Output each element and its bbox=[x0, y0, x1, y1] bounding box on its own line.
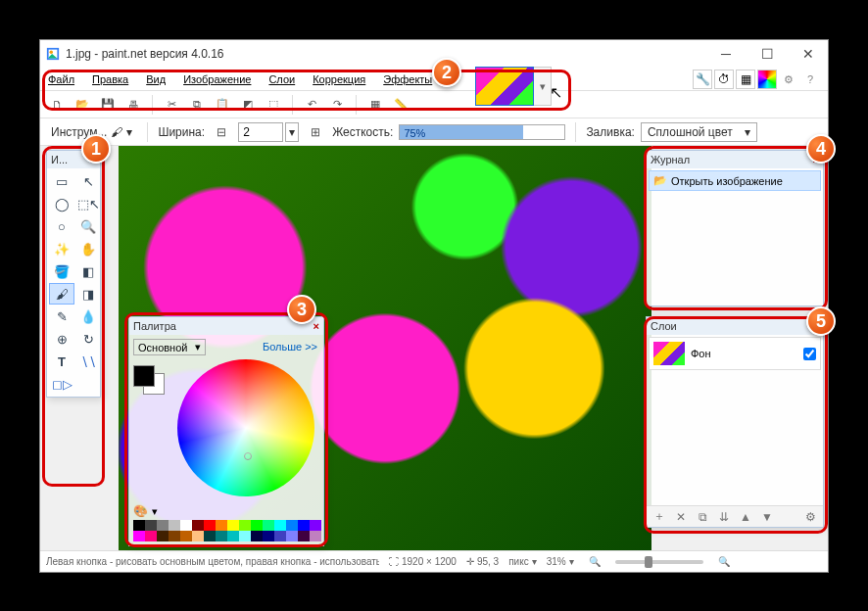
menu-file[interactable]: Файл bbox=[44, 71, 78, 87]
layer-properties-button[interactable]: ⚙ bbox=[801, 508, 819, 526]
color-swatch[interactable] bbox=[157, 531, 169, 541]
undo-button[interactable]: ↶ bbox=[301, 94, 322, 116]
new-button[interactable]: 🗋 bbox=[46, 94, 68, 116]
color-swatch[interactable] bbox=[216, 531, 227, 541]
color-swatch[interactable] bbox=[274, 520, 286, 531]
text-tool[interactable]: T bbox=[49, 351, 74, 372]
color-swatch[interactable] bbox=[216, 520, 227, 531]
open-button[interactable]: 📂 bbox=[72, 94, 93, 116]
close-button[interactable]: ✕ bbox=[795, 44, 822, 64]
lasso-select-tool[interactable]: ◯ bbox=[49, 193, 74, 214]
print-button[interactable]: 🖶 bbox=[122, 94, 144, 116]
color-swatch[interactable] bbox=[169, 531, 180, 541]
color-swatch[interactable] bbox=[239, 520, 251, 531]
color-swatch[interactable] bbox=[310, 520, 321, 531]
chevron-down-icon[interactable]: ▾ bbox=[285, 122, 299, 142]
help-button[interactable]: ? bbox=[800, 70, 820, 89]
menu-adjustments[interactable]: Коррекция bbox=[309, 71, 369, 87]
more-button[interactable]: Больше >> bbox=[261, 339, 319, 354]
zoom-knob[interactable] bbox=[645, 556, 652, 568]
color-swatch[interactable] bbox=[251, 520, 263, 531]
tools-toggle-button[interactable]: 🔧 bbox=[693, 70, 712, 89]
settings-button[interactable]: ⚙ bbox=[779, 70, 798, 89]
ellipse-select-tool[interactable]: ○ bbox=[49, 215, 74, 237]
color-swatch[interactable] bbox=[204, 520, 216, 531]
colors-toggle-button[interactable] bbox=[757, 70, 777, 89]
chevron-down-icon[interactable]: ▾ bbox=[152, 505, 158, 518]
primary-secondary-swatches[interactable] bbox=[133, 365, 167, 395]
width-increase[interactable]: ⊞ bbox=[305, 121, 326, 143]
color-swatch[interactable] bbox=[227, 531, 239, 541]
duplicate-layer-button[interactable]: ⧉ bbox=[694, 508, 711, 526]
color-swatch[interactable] bbox=[274, 531, 286, 541]
layer-item[interactable]: Фон bbox=[649, 337, 821, 370]
merge-layer-button[interactable]: ⇊ bbox=[715, 508, 733, 526]
shapes-tool[interactable]: ◻▷ bbox=[49, 373, 74, 395]
color-swatch[interactable] bbox=[145, 520, 157, 531]
color-swatch[interactable] bbox=[263, 531, 274, 541]
redo-button[interactable]: ↷ bbox=[326, 94, 348, 116]
line-tool[interactable]: ∖∖ bbox=[75, 351, 101, 372]
color-swatch[interactable] bbox=[145, 531, 157, 541]
paste-button[interactable]: 📋 bbox=[212, 94, 233, 116]
color-swatch[interactable] bbox=[298, 520, 310, 531]
layer-visibility-checkbox[interactable] bbox=[803, 348, 816, 360]
color-swatch[interactable] bbox=[180, 520, 192, 531]
color-swatch[interactable] bbox=[310, 531, 321, 541]
zoom-in-button[interactable]: 🔍 bbox=[713, 551, 735, 573]
pencil-tool[interactable]: ✎ bbox=[49, 306, 74, 327]
deselect-button[interactable]: ⬚ bbox=[263, 94, 284, 116]
color-swatch[interactable] bbox=[227, 520, 239, 531]
color-swatch[interactable] bbox=[192, 520, 204, 531]
document-list-dropdown[interactable]: ▾ bbox=[534, 67, 552, 106]
move-down-button[interactable]: ▼ bbox=[758, 508, 776, 526]
color-swatch[interactable] bbox=[180, 531, 192, 541]
zoom-out-button[interactable]: 🔍 bbox=[584, 551, 605, 573]
color-swatch[interactable] bbox=[263, 520, 274, 531]
cut-button[interactable]: ✂ bbox=[161, 94, 182, 116]
grid-button[interactable]: ▦ bbox=[364, 94, 386, 116]
copy-button[interactable]: ⧉ bbox=[186, 94, 208, 116]
zoom-dropdown[interactable]: 31% ▾ bbox=[547, 556, 574, 567]
menu-view[interactable]: Вид bbox=[142, 71, 169, 87]
primary-color-swatch[interactable] bbox=[133, 365, 155, 387]
history-panel-header[interactable]: Журнал × bbox=[647, 151, 823, 168]
document-thumbnail[interactable] bbox=[475, 67, 534, 106]
primary-secondary-dropdown[interactable]: Основной ▾ bbox=[133, 339, 206, 355]
color-swatch[interactable] bbox=[239, 531, 251, 541]
color-swatch[interactable] bbox=[286, 531, 298, 541]
paint-bucket-tool[interactable]: 🪣 bbox=[49, 260, 74, 282]
fill-style-dropdown[interactable]: Сплошной цвет ▾ bbox=[641, 122, 757, 142]
color-wheel[interactable] bbox=[177, 359, 314, 496]
color-swatch[interactable] bbox=[298, 531, 310, 541]
delete-layer-button[interactable]: ✕ bbox=[672, 508, 690, 526]
gradient-tool[interactable]: ◧ bbox=[75, 260, 101, 282]
menu-effects[interactable]: Эффекты bbox=[379, 71, 436, 87]
color-swatch[interactable] bbox=[169, 520, 180, 531]
color-swatch[interactable] bbox=[133, 531, 145, 541]
menu-image[interactable]: Изображение bbox=[179, 71, 255, 87]
add-layer-button[interactable]: ＋ bbox=[651, 508, 668, 526]
brush-width-input[interactable] bbox=[238, 122, 283, 142]
ruler-button[interactable]: 📏 bbox=[390, 94, 411, 116]
color-swatch[interactable] bbox=[286, 520, 298, 531]
menu-edit[interactable]: Правка bbox=[88, 71, 132, 87]
color-swatch[interactable] bbox=[204, 531, 216, 541]
clone-stamp-tool[interactable]: ⊕ bbox=[49, 328, 74, 350]
maximize-button[interactable]: ☐ bbox=[753, 44, 781, 64]
color-swatch[interactable] bbox=[251, 531, 263, 541]
crop-button[interactable]: ◩ bbox=[237, 94, 259, 116]
eraser-tool[interactable]: ◨ bbox=[75, 283, 101, 305]
rectangle-select-tool[interactable]: ▭ bbox=[49, 170, 74, 192]
history-toggle-button[interactable]: ⏱ bbox=[714, 70, 734, 89]
menu-layers[interactable]: Слои bbox=[265, 71, 299, 87]
hardness-slider[interactable]: 75% bbox=[399, 124, 565, 140]
color-swatch[interactable] bbox=[157, 520, 169, 531]
zoom-slider[interactable] bbox=[615, 560, 703, 564]
save-button[interactable]: 💾 bbox=[97, 94, 119, 116]
shapes-dropdown[interactable] bbox=[75, 373, 101, 395]
color-swatch[interactable] bbox=[133, 520, 145, 531]
units-dropdown[interactable]: пикс ▾ bbox=[508, 556, 537, 567]
color-wheel-cursor[interactable] bbox=[244, 452, 252, 460]
recolor-tool[interactable]: ↻ bbox=[75, 328, 101, 350]
